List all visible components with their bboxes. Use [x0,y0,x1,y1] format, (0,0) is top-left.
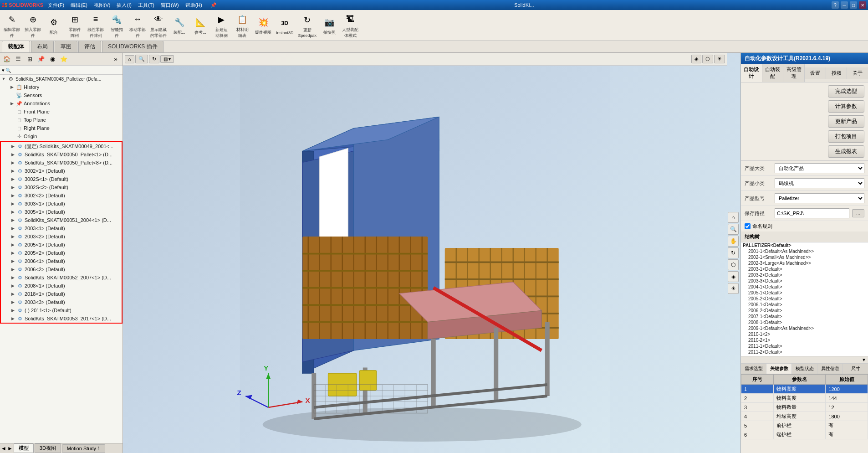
toolbar-bom[interactable]: 📋 材料明细表 [232,11,252,40]
struct-item-18[interactable]: 2011-2<Default> [741,349,868,355]
toolbar-instant3d[interactable]: 3D Instant3D [274,15,296,36]
struct-item-2[interactable]: 2002-1<Small<As Machined>> [741,254,868,260]
menu-edit[interactable]: 编辑(E) [69,2,89,9]
bottom-scroll-right[interactable]: ► [7,445,13,452]
tree-component-1[interactable]: ▶ ⚙ SolidKits_SKATM00050_Pallet<1> (D... [1,150,122,159]
bottom-tab-3dview[interactable]: 3D视图 [35,443,61,453]
bottom-tab-motion[interactable]: Motion Study 1 [62,444,105,453]
toolbar-explode[interactable]: 💥 爆炸视图 [253,14,273,36]
tree-root[interactable]: ▼ ⚙ SolidKits_SKATM00048_Palletizer (Def… [0,75,123,83]
toolbar-insert-part[interactable]: ⊕ 插入零部件 [23,11,43,40]
complete-selection-btn[interactable]: 完成选型 [828,85,864,98]
menu-insert[interactable]: 插入(I) [115,2,133,9]
struct-item-9[interactable]: 2005-2<Default> [741,296,868,302]
struct-item-1[interactable]: 2001-1<Default<As Machined>> [741,248,868,254]
struct-scroll-down[interactable]: ▼ [862,357,866,362]
tree-item-front-plane[interactable]: ▶ ◻ Front Plane [0,108,123,116]
calc-params-btn[interactable]: 计算参数 [828,100,864,113]
menu-window[interactable]: 窗口(W) [159,2,181,9]
tree-component-13[interactable]: ▶ ⚙ 2005<2> (Default) [1,249,122,257]
product-model-select[interactable]: Palletizer [775,193,864,203]
help-btn[interactable]: ? [832,1,839,9]
struct-item-15[interactable]: 2010-1<2> [741,331,868,337]
param-row[interactable]: 6端护栏有 [741,430,868,439]
tree-grid-btn[interactable]: ⊞ [25,54,35,64]
toolbar-reference[interactable]: 📐 参考... [190,14,210,36]
tree-expand-btn[interactable]: » [111,54,121,64]
tree-component-3[interactable]: ▶ ⚙ 3002<1> (Default) [1,167,122,175]
tree-star-btn[interactable]: ⭐ [59,54,69,64]
toolbar-assemble[interactable]: 🔧 装配... [169,14,189,36]
feature-tree[interactable]: ▾ 🔍 ▼ ⚙ SolidKits_SKATM00048_Palletizer … [0,66,123,443]
struct-root[interactable]: PALLETIZER<Default> [741,242,868,248]
toolbar-component-pattern[interactable]: ⊞ 零部件阵列 [65,11,85,40]
rp-tab-autoassemble[interactable]: 自动装配 [762,64,784,82]
struct-item-5[interactable]: 2003-2<Default> [741,272,868,278]
toolbar-move-component[interactable]: ↔ 移动零部件 [128,11,148,40]
tree-component-10[interactable]: ▶ ⚙ 2003<1> (Default) [1,224,122,232]
param-tab-attr-info[interactable]: 属性信息 [817,364,843,374]
rp-tab-advanced[interactable]: 高级管理 [783,64,805,82]
tree-component-15[interactable]: ▶ ⚙ 2006<2> (Default) [1,265,122,273]
tree-component-14[interactable]: ▶ ⚙ 2006<1> (Default) [1,257,122,265]
struct-item-11[interactable]: 2006-2<Default> [741,308,868,314]
tree-item-history[interactable]: ▶ 📋 History [0,83,123,91]
tree-component-19[interactable]: ▶ ⚙ 2003<3> (Default) [1,298,122,306]
struct-item-12[interactable]: 2007-1<Default> [741,314,868,319]
toolbar-large-assembly[interactable]: 🏗 大型装配体模式 [340,11,360,40]
tree-item-top-plane[interactable]: ▶ ◻ Top Plane [0,116,123,124]
menu-tools[interactable]: 工具(T) [136,2,156,9]
struct-tree[interactable]: PALLETIZER<Default> 2001-1<Default<As Ma… [741,242,868,356]
struct-item-3[interactable]: 2002-3<Large<As Machined>> [741,260,868,266]
vp-right-rotate[interactable]: ↻ [728,247,739,258]
menu-help[interactable]: 帮助(H) [184,2,204,9]
tree-component-5[interactable]: ▶ ⚙ 3002S<2> (Default) [1,183,122,191]
param-row[interactable]: 4堆垛高度1800 [741,412,868,421]
rp-tab-settings[interactable]: 设置 [805,67,826,79]
bottom-scroll-left[interactable]: ◄ [1,445,6,452]
tree-item-annotations[interactable]: ▶ 📌 Annotations [0,99,123,108]
struct-item-10[interactable]: 2006-1<Default> [741,302,868,308]
tree-component-20[interactable]: ▶ ⚙ (-) 2011<1> (Default) [1,306,122,314]
param-row[interactable]: 5前护栏有 [741,421,868,430]
param-tab-model-state[interactable]: 模型状态 [792,364,817,374]
param-tab-dimensions[interactable]: 尺寸 [843,364,868,374]
tree-component-2[interactable]: ▶ ⚙ SolidKits_SKATM00050_Pallet<8> (D... [1,159,122,167]
struct-item-13[interactable]: 2008-1<Default> [741,319,868,325]
rp-tab-about[interactable]: 关于 [847,67,868,79]
tree-component-21[interactable]: ▶ ⚙ SolidKits_SKATM00053_2017<1> (D... [1,314,122,323]
tree-home-btn[interactable]: 🏠 [2,54,12,64]
rp-tab-autodesign[interactable]: 自动设计 [741,64,762,82]
tab-plugins[interactable]: SOLIDWORKS 插件 [102,41,163,52]
toolbar-show-hidden[interactable]: 👁 显示隐藏的零部件 [148,11,168,40]
update-product-btn[interactable]: 更新产品 [828,115,864,128]
struct-item-4[interactable]: 2003-1<Default> [741,266,868,272]
tree-pin-btn[interactable]: 📌 [36,54,46,64]
tree-item-origin[interactable]: ▶ ✛ Origin [0,132,123,140]
param-row[interactable]: 2物料高度144 [741,394,868,403]
close-btn[interactable]: ✕ [859,1,866,9]
toolbar-mate[interactable]: ⚙ 配合 [44,14,64,36]
vp-right-light[interactable]: ☀ [728,283,739,294]
minimize-btn[interactable]: ─ [841,1,848,9]
toolbar-new-motion[interactable]: ▶ 新建运动算例 [211,11,231,40]
tab-evaluate[interactable]: 评估 [78,41,101,52]
generate-report-btn[interactable]: 生成报表 [828,145,864,158]
save-path-input[interactable] [775,208,849,218]
tree-component-11[interactable]: ▶ ⚙ 2003<2> (Default) [1,232,122,241]
param-tab-key-params[interactable]: 关键参数 [766,364,792,374]
struct-item-17[interactable]: 2011-1<Default> [741,343,868,349]
tab-layout[interactable]: 布局 [31,41,54,52]
toolbar-snapshot[interactable]: 📷 拍快照 [319,14,339,36]
vp-right-zoom[interactable]: 🔍 [728,224,739,235]
vp-rotate-btn[interactable]: ↻ [149,55,159,63]
maximize-btn[interactable]: □ [850,1,857,9]
vp-light-btn[interactable]: ☀ [714,55,725,63]
struct-item-14[interactable]: 2009-1<Default<As Machined>> [741,325,868,331]
vp-right-pan[interactable]: ✋ [728,236,739,247]
tree-component-0[interactable]: ▶ ⚙ (固定) SolidKits_SKATM00049_2001<... [1,142,122,150]
vp-display-btn[interactable]: ◈ [691,55,701,63]
toolbar-edit-part[interactable]: ✎ 编辑零部件 [2,11,22,40]
menu-file[interactable]: 文件(F) [46,2,66,9]
naming-rule-checkbox[interactable] [745,223,751,229]
